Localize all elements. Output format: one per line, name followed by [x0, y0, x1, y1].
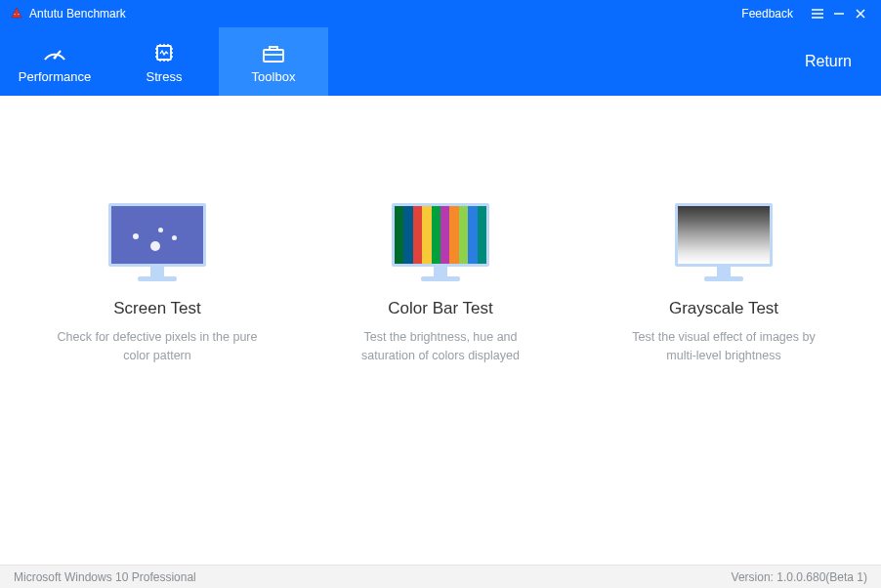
statusbar: Microsoft Windows 10 Professional Versio…	[0, 565, 881, 588]
close-button[interactable]	[850, 3, 871, 24]
card-title: Grayscale Test	[621, 299, 826, 318]
feedback-link[interactable]: Feedback	[741, 7, 793, 21]
app-logo-icon	[10, 7, 23, 21]
card-title: Color Bar Test	[338, 299, 543, 318]
card-title: Screen Test	[55, 299, 260, 318]
os-label: Microsoft Windows 10 Professional	[14, 570, 196, 584]
card-color-bar-test[interactable]: Color Bar Test Test the brightness, hue …	[338, 203, 543, 565]
monitor-icon	[108, 203, 206, 281]
monitor-icon	[392, 203, 489, 281]
svg-rect-10	[157, 46, 171, 60]
navbar: Performance Stress Toolbox Return	[0, 27, 881, 96]
card-description: Check for defective pixels in the pure c…	[55, 328, 260, 365]
card-grayscale-test[interactable]: Grayscale Test Test the visual effect of…	[621, 203, 826, 565]
menu-button[interactable]	[807, 3, 828, 24]
app-title: Antutu Benchmark	[29, 7, 126, 21]
tab-label: Toolbox	[252, 69, 296, 84]
content-area: Screen Test Check for defective pixels i…	[0, 96, 881, 565]
version-label: Version: 1.0.0.680(Beta 1)	[732, 570, 867, 584]
tab-toolbox[interactable]: Toolbox	[219, 27, 328, 96]
gauge-icon	[41, 40, 68, 65]
svg-rect-23	[264, 50, 283, 62]
tab-stress[interactable]: Stress	[109, 27, 219, 96]
return-label: Return	[805, 53, 852, 70]
monitor-icon	[675, 203, 773, 281]
chip-icon	[152, 40, 176, 65]
card-description: Test the visual effect of images by mult…	[621, 328, 826, 365]
card-description: Test the brightness, hue and saturation …	[338, 328, 543, 365]
svg-point-9	[54, 56, 57, 59]
app-window: Antutu Benchmark Feedback Performance St…	[0, 0, 881, 588]
svg-point-1	[18, 14, 19, 15]
tab-performance[interactable]: Performance	[0, 27, 109, 96]
return-button[interactable]: Return	[776, 27, 881, 96]
tab-label: Performance	[19, 69, 91, 84]
svg-point-0	[14, 14, 15, 15]
card-screen-test[interactable]: Screen Test Check for defective pixels i…	[55, 203, 260, 565]
toolbox-icon	[261, 40, 286, 65]
minimize-button[interactable]	[828, 3, 850, 24]
tab-label: Stress	[147, 69, 183, 84]
titlebar: Antutu Benchmark Feedback	[0, 0, 881, 27]
